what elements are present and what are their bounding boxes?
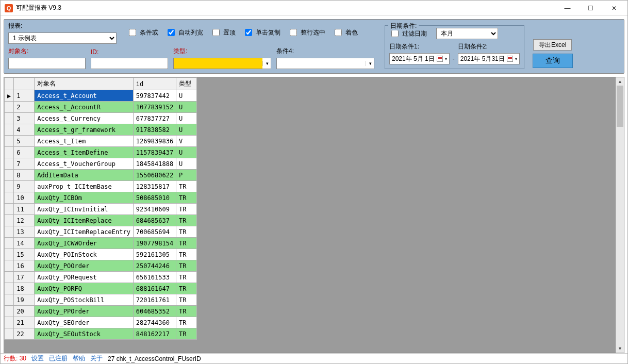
maximize-button[interactable]: ☐ bbox=[579, 1, 602, 15]
cell-type[interactable]: TR bbox=[176, 283, 197, 294]
cell-type[interactable]: U bbox=[176, 124, 197, 136]
table-row[interactable]: 9auxProp_t_ICItemBase128315817TR bbox=[5, 181, 197, 192]
cell-id[interactable]: 1269839836 bbox=[133, 136, 176, 147]
obj-input[interactable] bbox=[8, 58, 86, 69]
cell-type[interactable]: TR bbox=[176, 317, 197, 328]
cell-type[interactable]: TR bbox=[176, 328, 197, 340]
cell-id[interactable]: 700685694 bbox=[133, 226, 176, 238]
cell-id[interactable]: 1907798154 bbox=[133, 238, 176, 249]
cell-id[interactable]: 720161761 bbox=[133, 294, 176, 306]
cell-id[interactable]: 1845841888 bbox=[133, 158, 176, 170]
table-row[interactable]: 14AuxQty_ICWWOrder1907798154TR bbox=[5, 238, 197, 249]
table-row[interactable]: 4Access_t_gr_framework917838582U bbox=[5, 124, 197, 136]
export-button[interactable]: 导出Excel bbox=[533, 39, 572, 51]
table-row[interactable]: 18AuxQty_PORFQ688161647TR bbox=[5, 283, 197, 294]
cell-id[interactable]: 656161533 bbox=[133, 272, 176, 283]
cell-obj[interactable]: AuxQty_SEOutStock bbox=[35, 328, 134, 340]
table-row[interactable]: 12AuxQty_ICItemReplace684685637TR bbox=[5, 215, 197, 226]
cell-obj[interactable]: Access_t_ItemDefine bbox=[35, 147, 134, 158]
table-row[interactable]: 5Access_t_Item1269839836V bbox=[5, 136, 197, 147]
table-row[interactable]: 11AuxQty_ICInvInitial923410609TR bbox=[5, 204, 197, 215]
cell-obj[interactable]: Access_t_AccountR bbox=[35, 102, 134, 113]
table-row[interactable]: 10AuxQty_ICBOm508685010TR bbox=[5, 192, 197, 204]
cell-id[interactable]: 1157839437 bbox=[133, 147, 176, 158]
cell-id[interactable]: 848162217 bbox=[133, 328, 176, 340]
cell-type[interactable]: TR bbox=[176, 306, 197, 317]
cell-type[interactable]: TR bbox=[176, 238, 197, 249]
cell-type[interactable]: TR bbox=[176, 181, 197, 192]
cell-obj[interactable]: AuxQty_PORequest bbox=[35, 272, 134, 283]
check-full-row[interactable]: 整行选中 bbox=[288, 27, 325, 38]
report-select[interactable]: 1 示例表 bbox=[8, 32, 117, 44]
month-select[interactable]: 本月 bbox=[436, 28, 498, 39]
cell-type[interactable]: TR bbox=[176, 272, 197, 283]
cell-obj[interactable]: Access_t_gr_framework bbox=[35, 124, 134, 136]
table-row[interactable]: 19AuxQty_POStockBill720161761TR bbox=[5, 294, 197, 306]
table-row[interactable]: 2Access_t_AccountR1077839152U bbox=[5, 102, 197, 113]
cond4-combo[interactable]: ▾ bbox=[276, 58, 374, 69]
cell-id[interactable]: 282744360 bbox=[133, 317, 176, 328]
cell-type[interactable]: TR bbox=[176, 204, 197, 215]
cell-id[interactable]: 508685010 bbox=[133, 192, 176, 204]
cell-type[interactable]: U bbox=[176, 90, 197, 102]
cell-obj[interactable]: Access_t_Account bbox=[35, 90, 134, 102]
table-row[interactable]: 20AuxQty_PPOrder604685352TR bbox=[5, 306, 197, 317]
grid-area[interactable]: 对象名 id 类型 ▶1Access_t_Account597837442U2A… bbox=[4, 77, 624, 353]
close-button[interactable]: ✕ bbox=[602, 1, 625, 15]
table-row[interactable]: 16AuxQty_POOrder250744246TR bbox=[5, 260, 197, 272]
table-row[interactable]: 8AddItemData1550680622P bbox=[5, 170, 197, 181]
scroll-up-icon[interactable]: ▲ bbox=[616, 77, 624, 86]
table-row[interactable]: ▶1Access_t_Account597837442U bbox=[5, 90, 197, 102]
cell-id[interactable]: 597837442 bbox=[133, 90, 176, 102]
cell-type[interactable]: TR bbox=[176, 294, 197, 306]
cell-type[interactable]: TR bbox=[176, 192, 197, 204]
type-combo[interactable]: ▾ bbox=[173, 58, 271, 69]
cell-obj[interactable]: AuxQty_POOrder bbox=[35, 260, 134, 272]
cell-type[interactable]: TR bbox=[176, 260, 197, 272]
check-pin-top[interactable]: 置顶 bbox=[210, 27, 236, 38]
cell-type[interactable]: P bbox=[176, 170, 197, 181]
cell-id[interactable]: 1077839152 bbox=[133, 102, 176, 113]
cell-obj[interactable]: AuxQty_POStockBill bbox=[35, 294, 134, 306]
cell-obj[interactable]: AuxQty_ICBOm bbox=[35, 192, 134, 204]
cell-id[interactable]: 604685352 bbox=[133, 306, 176, 317]
table-row[interactable]: 17AuxQty_PORequest656161533TR bbox=[5, 272, 197, 283]
table-row[interactable]: 3Access_t_Currency677837727U bbox=[5, 113, 197, 124]
cell-type[interactable]: TR bbox=[176, 226, 197, 238]
cell-type[interactable]: TR bbox=[176, 215, 197, 226]
col-obj[interactable]: 对象名 bbox=[35, 78, 134, 90]
table-row[interactable]: 13AuxQty_ICItemReplaceEntry700685694TR bbox=[5, 226, 197, 238]
table-row[interactable]: 22AuxQty_SEOutStock848162217TR bbox=[5, 328, 197, 340]
cell-obj[interactable]: auxProp_t_ICItemBase bbox=[35, 181, 134, 192]
table-row[interactable]: 7Access_t_VoucherGroup1845841888U bbox=[5, 158, 197, 170]
cell-id[interactable]: 250744246 bbox=[133, 260, 176, 272]
cell-type[interactable]: TR bbox=[176, 249, 197, 260]
check-click-copy[interactable]: 单击复制 bbox=[243, 27, 280, 38]
date2-input[interactable]: 2021年 5月31日▾ bbox=[458, 53, 520, 64]
cell-obj[interactable]: AuxQty_ICWWOrder bbox=[35, 238, 134, 249]
cell-type[interactable]: U bbox=[176, 113, 197, 124]
vertical-scrollbar[interactable]: ▲ ▼ bbox=[616, 77, 624, 353]
col-id[interactable]: id bbox=[133, 78, 176, 90]
scroll-thumb[interactable] bbox=[617, 86, 623, 127]
minimize-button[interactable]: — bbox=[556, 1, 579, 15]
cell-obj[interactable]: AuxQty_SEOrder bbox=[35, 317, 134, 328]
cell-type[interactable]: U bbox=[176, 102, 197, 113]
check-cond-or[interactable]: 条件或 bbox=[127, 27, 158, 38]
check-colorize[interactable]: 着色 bbox=[333, 27, 358, 38]
cell-type[interactable]: V bbox=[176, 136, 197, 147]
cell-obj[interactable]: AuxQty_PPOrder bbox=[35, 306, 134, 317]
cell-obj[interactable]: Access_t_Currency bbox=[35, 113, 134, 124]
cell-obj[interactable]: Access_t_Item bbox=[35, 136, 134, 147]
cell-id[interactable]: 677837727 bbox=[133, 113, 176, 124]
table-row[interactable]: 6Access_t_ItemDefine1157839437U bbox=[5, 147, 197, 158]
cell-obj[interactable]: AuxQty_ICItemReplace bbox=[35, 215, 134, 226]
cell-id[interactable]: 592161305 bbox=[133, 249, 176, 260]
cell-obj[interactable]: AddItemData bbox=[35, 170, 134, 181]
cell-id[interactable]: 688161647 bbox=[133, 283, 176, 294]
cell-obj[interactable]: AuxQty_PORFQ bbox=[35, 283, 134, 294]
id-input[interactable] bbox=[91, 58, 168, 69]
cell-id[interactable]: 684685637 bbox=[133, 215, 176, 226]
registered-link[interactable]: 已注册 bbox=[49, 354, 68, 363]
cell-obj[interactable]: AuxQty_POInStock bbox=[35, 249, 134, 260]
